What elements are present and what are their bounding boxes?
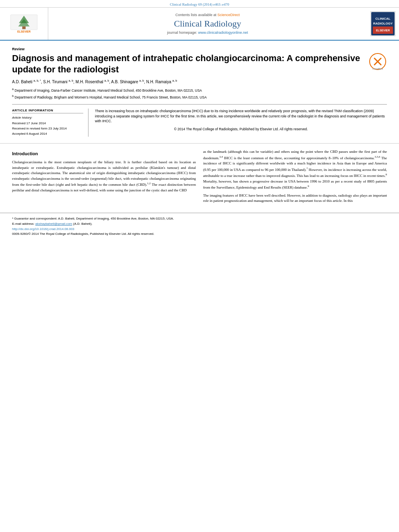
svg-text:ELSEVIER: ELSEVIER: [376, 29, 390, 32]
article-info-abstract-row: Article Information Article history: Rec…: [12, 104, 387, 137]
svg-text:CLINICAL: CLINICAL: [375, 17, 390, 21]
svg-text:RADIOLOGY: RADIOLOGY: [373, 22, 393, 25]
article-info-col: Article Information Article history: Rec…: [12, 109, 88, 137]
affiliation-b: b Department of Radiology, Brigham and W…: [12, 94, 387, 100]
svg-rect-3: [22, 26, 25, 29]
body-para-right-1: as the landmark (although this can be va…: [203, 149, 387, 191]
section-type-label: Review: [12, 47, 387, 51]
journal-title: Clinical Radiology: [174, 18, 241, 29]
authors-line: A.D. Baheti a, b, *, S.H. Tirumani a, b,…: [12, 79, 387, 85]
copyright-text: © 2014 The Royal College of Radiologists…: [95, 127, 387, 131]
contents-line: Contents lists available at ScienceDirec…: [175, 13, 240, 17]
ref-9: 9: [308, 185, 309, 188]
affiliation-a: a Department of Imaging, Dana-Farber Can…: [12, 87, 387, 93]
article-title: Diagnosis and management of intrahepatic…: [12, 53, 387, 75]
accepted-date: Accepted 6 August 2014: [12, 131, 83, 136]
intro-heading: Introduction: [12, 151, 196, 157]
footnote-email-link[interactable]: akshaybahetl@gmail.com: [35, 222, 72, 226]
cr-logo-box: CLINICAL RADIOLOGY ELSEVIER: [370, 11, 395, 36]
article-info-header: Article Information: [12, 109, 83, 113]
svg-text:CrossMark: CrossMark: [372, 68, 383, 70]
body-left-col: Introduction Cholangiocarcinoma is the m…: [12, 149, 196, 206]
ref-3-5-6: 3,5,6: [374, 155, 380, 158]
journal-header-bar: Clinical Radiology 69 (2014) e463–e470: [0, 0, 399, 8]
homepage-url[interactable]: www.clinicalradiologyonline.net: [198, 31, 248, 35]
article-body: Introduction Cholangiocarcinoma is the m…: [0, 143, 399, 213]
body-para-right-2: The imaging features of IHCC have been w…: [203, 193, 387, 204]
elsevier-logo-icon: ELSEVIER: [9, 13, 39, 35]
elsevier-logo-area: ELSEVIER: [0, 8, 48, 40]
article-content: Review Diagnosis and management of intra…: [0, 41, 399, 143]
crossmark-icon: CrossMark: [369, 53, 387, 71]
svg-text:ELSEVIER: ELSEVIER: [17, 30, 31, 33]
ref-8: 8: [386, 173, 387, 176]
sciencedirect-link[interactable]: ScienceDirect: [218, 13, 240, 17]
journal-center: Contents lists available at ScienceDirec…: [48, 8, 367, 40]
footnote-email: E-mail address: akshaybahetl@gmail.com (…: [12, 222, 387, 226]
page: Clinical Radiology 69 (2014) e463–e470 E…: [0, 0, 399, 532]
ref-1-2: 1,2: [147, 182, 151, 185]
affiliations: a Department of Imaging, Dana-Farber Can…: [12, 87, 387, 100]
journal-logo-area: CLINICAL RADIOLOGY ELSEVIER: [367, 8, 399, 40]
revised-date: Received in revised form 23 July 2014: [12, 126, 83, 131]
article-history-label: Article history:: [12, 116, 83, 119]
journal-homepage: journal homepage: www.clinicalradiologyo…: [167, 31, 248, 35]
issn-line: 0009-9260/© 2014 The Royal College of Ra…: [12, 232, 387, 236]
received-date: Received 17 June 2014: [12, 121, 83, 125]
footnote-guarantor: * Guarantor and correspondent: A.D. Bahe…: [12, 216, 387, 221]
ref-3-4: 3,4: [219, 155, 223, 158]
journal-citation: Clinical Radiology 69 (2014) e463–e470: [170, 2, 229, 6]
body-para-1: Cholangiocarcinoma is the most common ne…: [12, 160, 196, 193]
journal-meta-row: ELSEVIER Contents lists available at Sci…: [0, 8, 399, 41]
body-right-col: as the landmark (although this can be va…: [203, 149, 387, 206]
abstract-col: There is increasing focus on intrahepati…: [95, 109, 387, 137]
doi-link[interactable]: http://dx.doi.org/10.1016/j.crad.2014.08…: [12, 227, 387, 231]
abstract-text: There is increasing focus on intrahepati…: [95, 109, 387, 124]
article-footer: * Guarantor and correspondent: A.D. Bahe…: [0, 213, 399, 239]
